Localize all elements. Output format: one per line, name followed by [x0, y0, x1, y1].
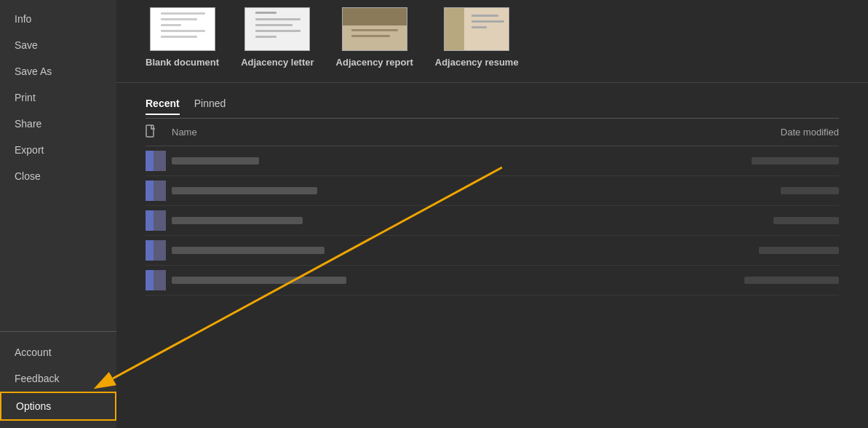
template-label-report: Adjacency report [336, 57, 413, 68]
sidebar-divider [0, 331, 116, 332]
tab-pinned[interactable]: Pinned [194, 98, 226, 115]
tabs-area: Recent Pinned [116, 83, 868, 119]
template-thumb-resume [444, 7, 509, 51]
sidebar-item-close[interactable]: Close [0, 163, 116, 189]
file-list: Name Date modified [116, 119, 868, 296]
sidebar-item-options[interactable]: Options [0, 392, 116, 421]
file-name [172, 157, 259, 165]
template-thumb-letter [244, 7, 310, 51]
file-name [172, 247, 324, 254]
templates-row: Blank document Adjacency letter [116, 0, 868, 83]
file-icon [146, 181, 166, 201]
template-label-resume: Adjacency resume [435, 57, 519, 68]
sidebar: Info Save Save As Print Share Export Clo… [0, 0, 116, 428]
template-resume[interactable]: Adjacency resume [435, 7, 519, 68]
sidebar-item-save[interactable]: Save [0, 32, 116, 58]
sidebar-bottom: Account Feedback Options [0, 339, 116, 428]
file-row[interactable] [146, 146, 839, 176]
template-blank[interactable]: Blank document [146, 7, 219, 68]
tab-recent[interactable]: Recent [146, 98, 180, 115]
sidebar-item-feedback[interactable]: Feedback [0, 365, 116, 392]
sidebar-item-share[interactable]: Share [0, 111, 116, 137]
file-header-icon [146, 124, 157, 138]
file-icon [146, 240, 166, 261]
file-name [172, 277, 346, 284]
sidebar-nav: Info Save Save As Print Share Export Clo… [0, 0, 116, 324]
template-report[interactable]: Adjacency report [336, 7, 413, 68]
file-date [752, 157, 839, 165]
header-name-col: Name [172, 127, 708, 138]
file-date [781, 187, 839, 194]
file-list-header: Name Date modified [146, 119, 839, 146]
file-date [773, 217, 839, 224]
file-icon [146, 151, 166, 171]
sidebar-item-save-as[interactable]: Save As [0, 58, 116, 84]
sidebar-item-info[interactable]: Info [0, 6, 116, 32]
file-row[interactable] [146, 176, 839, 206]
file-icon [146, 210, 166, 231]
file-row[interactable] [146, 266, 839, 296]
file-date [744, 277, 839, 284]
template-thumb-blank [150, 7, 215, 51]
sidebar-item-account[interactable]: Account [0, 339, 116, 365]
header-icon-col [146, 124, 172, 140]
file-row[interactable] [146, 236, 839, 266]
sidebar-item-print[interactable]: Print [0, 84, 116, 111]
file-row[interactable] [146, 206, 839, 236]
template-label-letter: Adjacency letter [241, 57, 314, 68]
tabs: Recent Pinned [146, 98, 839, 119]
file-date [759, 247, 839, 254]
file-name [172, 217, 303, 224]
main-panel: Blank document Adjacency letter [116, 0, 868, 428]
template-letter[interactable]: Adjacency letter [241, 7, 314, 68]
file-icon [146, 270, 166, 290]
svg-rect-0 [146, 125, 154, 137]
header-date-col: Date modified [708, 127, 839, 138]
sidebar-item-export[interactable]: Export [0, 137, 116, 163]
file-name [172, 187, 317, 194]
template-thumb-report [342, 7, 407, 51]
page-wrapper: Info Save Save As Print Share Export Clo… [0, 0, 868, 428]
template-label-blank: Blank document [146, 57, 219, 68]
